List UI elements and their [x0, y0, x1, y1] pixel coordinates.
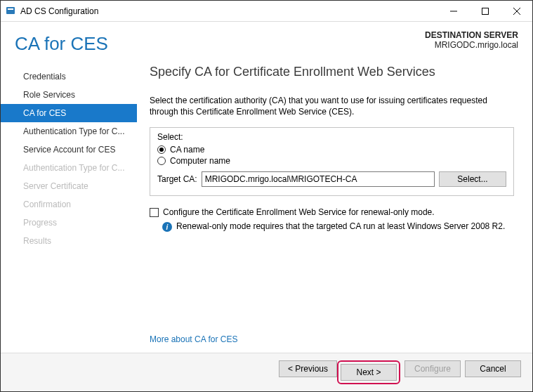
select-ca-button[interactable]: Select...: [439, 171, 506, 187]
sidebar-item-server-certificate: Server Certificate: [1, 177, 137, 195]
window-title: AD CS Configuration: [20, 6, 437, 16]
target-ca-label: Target CA:: [157, 174, 197, 184]
svg-rect-3: [482, 8, 488, 14]
minimize-button[interactable]: [437, 1, 469, 21]
sidebar-item-service-account[interactable]: Service Account for CES: [1, 141, 137, 159]
nav-button-pair: < Previous Next >: [279, 360, 400, 384]
renewal-info-text: Renewal-only mode requires that the targ…: [176, 221, 505, 231]
radio-ca-name-row[interactable]: CA name: [157, 145, 506, 155]
svg-rect-1: [8, 8, 13, 10]
footer: < Previous Next > Configure Cancel: [1, 353, 532, 391]
radio-computer-name[interactable]: [157, 157, 166, 165]
sidebar-item-auth-type-ces[interactable]: Authentication Type for C...: [1, 122, 137, 141]
next-button-highlight: Next >: [337, 360, 400, 384]
radio-computer-name-row[interactable]: Computer name: [157, 156, 506, 166]
destination-block: DESTINATION SERVER MRIGODC.mrigo.local: [425, 27, 518, 50]
main-heading: Specify CA for Certificate Enrollment We…: [150, 65, 514, 79]
body-area: Credentials Role Services CA for CES Aut…: [1, 63, 532, 353]
titlebar: AD CS Configuration: [1, 1, 532, 22]
renewal-only-label: Configure the Certificate Enrollment Web…: [163, 207, 435, 217]
destination-server: MRIGODC.mrigo.local: [425, 40, 518, 50]
sidebar-item-progress: Progress: [1, 214, 137, 232]
app-icon: [5, 6, 16, 17]
radio-computer-name-label: Computer name: [170, 156, 230, 166]
svg-rect-0: [6, 7, 15, 14]
renewal-only-row[interactable]: Configure the Certificate Enrollment Web…: [150, 207, 514, 217]
sidebar-item-auth-type-2: Authentication Type for C...: [1, 159, 137, 177]
select-group-label: Select:: [157, 132, 506, 142]
radio-ca-name[interactable]: [157, 145, 166, 154]
maximize-button[interactable]: [469, 1, 501, 21]
renewal-info-row: i Renewal-only mode requires that the ta…: [150, 221, 514, 232]
next-button[interactable]: Next >: [341, 364, 397, 381]
sidebar-item-ca-for-ces[interactable]: CA for CES: [1, 104, 137, 122]
previous-button[interactable]: < Previous: [279, 360, 337, 377]
destination-label: DESTINATION SERVER: [425, 30, 518, 40]
sidebar-item-results: Results: [1, 232, 137, 250]
renewal-only-checkbox[interactable]: [150, 208, 159, 217]
target-ca-input[interactable]: [202, 171, 435, 187]
info-icon: i: [162, 222, 172, 232]
main-panel: Specify CA for Certificate Enrollment We…: [137, 63, 532, 353]
page-title: CA for CES: [15, 27, 425, 55]
sidebar-item-credentials[interactable]: Credentials: [1, 67, 137, 86]
radio-ca-name-label: CA name: [170, 145, 204, 155]
sidebar-item-role-services[interactable]: Role Services: [1, 86, 137, 104]
close-button[interactable]: [501, 1, 532, 21]
sidebar-item-confirmation: Confirmation: [1, 195, 137, 214]
main-description: Select the certification authority (CA) …: [150, 95, 514, 117]
window-controls: [437, 1, 532, 21]
target-ca-row: Target CA: Select...: [157, 171, 506, 187]
select-group: Select: CA name Computer name Target CA:…: [150, 127, 514, 196]
sidebar: Credentials Role Services CA for CES Aut…: [1, 63, 137, 353]
configure-button: Configure: [404, 360, 461, 377]
more-about-link[interactable]: More about CA for CES: [150, 334, 514, 344]
header-area: CA for CES DESTINATION SERVER MRIGODC.mr…: [1, 22, 532, 63]
cancel-button[interactable]: Cancel: [465, 360, 521, 377]
